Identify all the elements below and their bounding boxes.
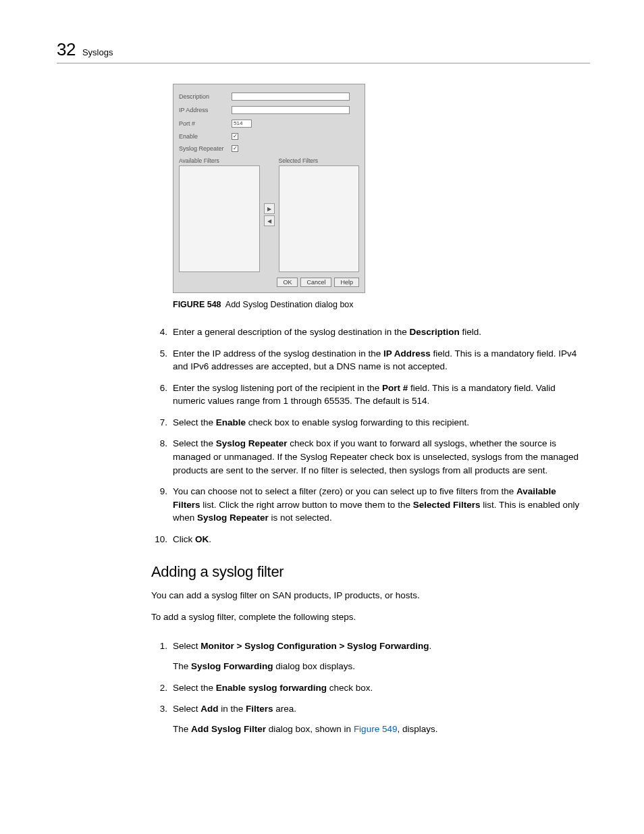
step-num: 8.	[151, 437, 173, 477]
add-syslog-dialog: Description IP Address Port # 514 Enable…	[173, 84, 365, 293]
step-num: 2.	[151, 681, 173, 695]
description-input[interactable]	[232, 93, 350, 101]
step-num: 3.	[151, 702, 173, 735]
selected-filters-label: Selected Filters	[279, 157, 360, 164]
available-filters-label: Available Filters	[179, 157, 260, 164]
label-enable: Enable	[179, 133, 232, 140]
ok-button[interactable]: OK	[277, 278, 298, 287]
figure-text: Add Syslog Destination dialog box	[225, 300, 354, 309]
label-ip: IP Address	[179, 107, 232, 113]
step-text: Select the Enable syslog forwarding chec…	[173, 681, 583, 695]
step-text: Select Monitor > Syslog Configuration > …	[173, 640, 583, 673]
chapter-title: Syslogs	[82, 47, 113, 57]
step-num: 10.	[151, 533, 173, 546]
label-port: Port #	[179, 120, 232, 127]
step-text: Click OK.	[173, 533, 583, 546]
filters-row: Available Filters ▶ ◀ Selected Filters	[179, 157, 359, 272]
figure-number: FIGURE 548	[173, 300, 221, 309]
intro-2: To add a syslog filter, complete the fol…	[151, 610, 583, 624]
move-right-button[interactable]: ▶	[264, 203, 275, 214]
cancel-button[interactable]: Cancel	[300, 278, 331, 287]
step-num: 7.	[151, 416, 173, 429]
move-left-button[interactable]: ◀	[264, 215, 275, 226]
repeater-checkbox[interactable]	[232, 145, 238, 152]
steps-list-b: 1. Select Monitor > Syslog Configuration…	[151, 640, 583, 735]
step-text: Select Add in the Filters area. The Add …	[173, 702, 583, 735]
step-text: Enter the IP address of the syslog desti…	[173, 347, 583, 373]
help-button[interactable]: Help	[334, 278, 359, 287]
steps-list-a: 4. Enter a general description of the sy…	[151, 325, 583, 546]
available-filters-list[interactable]	[179, 165, 260, 272]
step-num: 4.	[151, 325, 173, 339]
intro-1: You can add a syslog filter on SAN produ…	[151, 589, 583, 602]
step-num: 9.	[151, 485, 173, 525]
body-content: 4. Enter a general description of the sy…	[151, 325, 583, 735]
step-text: You can choose not to select a filter (z…	[173, 485, 583, 525]
chapter-number: 32	[57, 39, 76, 60]
step-num: 6.	[151, 382, 173, 408]
step-text: Enter a general description of the syslo…	[173, 325, 583, 339]
step-text: Enter the syslog listening port of the r…	[173, 382, 583, 408]
step-text: Select the Syslog Repeater check box if …	[173, 437, 583, 477]
section-heading: Adding a syslog filter	[151, 563, 583, 581]
port-input[interactable]: 514	[232, 120, 252, 128]
step-text: Select the Enable check box to enable sy…	[173, 416, 583, 429]
label-repeater: Syslog Repeater	[179, 145, 232, 152]
figure-image: Description IP Address Port # 514 Enable…	[173, 84, 365, 293]
page-header: 32 Syslogs	[57, 39, 590, 63]
figure-caption: FIGURE 548 Add Syslog Destination dialog…	[173, 300, 590, 309]
page: 32 Syslogs Description IP Address Port #…	[0, 0, 644, 834]
label-description: Description	[179, 93, 232, 100]
selected-filters-list[interactable]	[279, 165, 360, 272]
step-num: 5.	[151, 347, 173, 373]
step-num: 1.	[151, 640, 173, 673]
ip-input[interactable]	[232, 106, 350, 114]
figure-link[interactable]: Figure 549	[354, 724, 398, 734]
enable-checkbox[interactable]	[232, 133, 238, 140]
